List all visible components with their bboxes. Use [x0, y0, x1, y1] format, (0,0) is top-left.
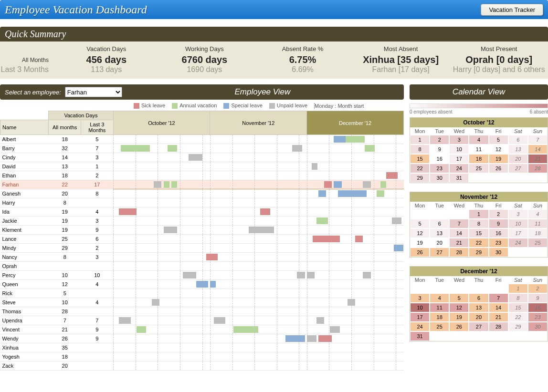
calendar-day[interactable]: 22 — [469, 238, 488, 248]
calendar-day[interactable]: 25 — [528, 238, 548, 248]
calendar-day[interactable]: 15 — [469, 228, 488, 238]
calendar-day[interactable]: 17 — [449, 154, 469, 164]
calendar-day[interactable]: 6 — [469, 293, 488, 303]
calendar-day[interactable]: 28 — [449, 248, 469, 257]
employee-row[interactable]: Harry8 — [0, 198, 404, 207]
calendar-day[interactable]: 24 — [449, 164, 469, 173]
employee-row[interactable]: Percy1010 — [0, 271, 404, 280]
calendar-day[interactable]: 21 — [528, 154, 548, 164]
employee-row[interactable]: Thomas28 — [0, 307, 404, 316]
employee-row[interactable]: Steve104 — [0, 298, 404, 307]
calendar-day[interactable]: 27 — [469, 322, 488, 331]
calendar-day[interactable]: 5 — [410, 219, 430, 228]
calendar-day[interactable]: 20 — [430, 238, 449, 248]
calendar-day[interactable]: 30 — [489, 248, 508, 257]
calendar-day[interactable]: 1 — [410, 135, 430, 144]
calendar-day[interactable]: 27 — [508, 164, 528, 173]
calendar-day[interactable]: 3 — [449, 135, 469, 144]
calendar-day[interactable]: 17 — [508, 228, 528, 238]
calendar-day[interactable]: 9 — [430, 144, 449, 154]
calendar-day[interactable]: 7 — [489, 293, 508, 303]
employee-row[interactable]: Zack20 — [0, 361, 404, 371]
calendar-day[interactable]: 5 — [449, 293, 469, 303]
employee-row[interactable]: Nancy83 — [0, 253, 404, 262]
calendar-day[interactable]: 18 — [430, 312, 449, 322]
calendar-day[interactable]: 3 — [508, 209, 528, 219]
calendar-day[interactable]: 11 — [528, 219, 548, 228]
calendar-day[interactable]: 26 — [410, 248, 430, 257]
employee-row[interactable]: Ida194 — [0, 207, 404, 217]
calendar-day[interactable]: 18 — [528, 228, 548, 238]
employee-row[interactable]: Albert185 — [0, 135, 404, 144]
calendar-day[interactable]: 28 — [489, 322, 508, 331]
calendar-day[interactable]: 17 — [410, 312, 430, 322]
calendar-day[interactable]: 12 — [449, 303, 469, 312]
vacation-tracker-button[interactable]: Vacation Tracker — [481, 4, 543, 16]
calendar-day[interactable]: 29 — [410, 173, 430, 183]
calendar-day[interactable]: 25 — [469, 164, 488, 173]
calendar-day[interactable]: 22 — [508, 312, 528, 322]
calendar-day[interactable]: 30 — [528, 322, 548, 331]
calendar-day[interactable]: 1 — [508, 284, 528, 293]
calendar-day[interactable]: 14 — [489, 303, 508, 312]
calendar-day[interactable]: 23 — [489, 238, 508, 248]
calendar-day[interactable]: 4 — [528, 209, 548, 219]
calendar-day[interactable]: 6 — [430, 219, 449, 228]
calendar-day[interactable]: 21 — [489, 312, 508, 322]
employee-row[interactable]: David131 — [0, 162, 404, 171]
calendar-day[interactable]: 28 — [528, 164, 548, 173]
calendar-day[interactable]: 3 — [410, 293, 430, 303]
calendar-day[interactable]: 20 — [508, 154, 528, 164]
calendar-day[interactable]: 24 — [410, 322, 430, 331]
calendar-day[interactable]: 6 — [508, 135, 528, 144]
calendar-day[interactable]: 1 — [469, 209, 488, 219]
calendar-day[interactable]: 31 — [449, 173, 469, 183]
calendar-day[interactable]: 15 — [410, 154, 430, 164]
calendar-day[interactable]: 12 — [410, 228, 430, 238]
calendar-day[interactable]: 16 — [489, 228, 508, 238]
calendar-day[interactable]: 18 — [469, 154, 488, 164]
employee-row[interactable]: Rick5 — [0, 289, 404, 298]
calendar-day[interactable]: 21 — [449, 238, 469, 248]
employee-row[interactable]: Cindy143 — [0, 153, 404, 162]
calendar-day[interactable]: 8 — [508, 293, 528, 303]
calendar-day[interactable]: 2 — [489, 209, 508, 219]
calendar-day[interactable]: 13 — [430, 228, 449, 238]
employee-row[interactable]: Wendy269 — [0, 334, 404, 343]
employee-row[interactable]: Upendra77 — [0, 316, 404, 325]
calendar-day[interactable]: 4 — [430, 293, 449, 303]
calendar-day[interactable]: 16 — [528, 303, 548, 312]
calendar-day[interactable]: 9 — [528, 293, 548, 303]
calendar-day[interactable]: 7 — [528, 135, 548, 144]
calendar-day[interactable]: 19 — [489, 154, 508, 164]
calendar-day[interactable]: 31 — [410, 331, 430, 341]
calendar-day[interactable]: 19 — [410, 238, 430, 248]
calendar-day[interactable]: 10 — [508, 219, 528, 228]
calendar-day[interactable]: 23 — [430, 164, 449, 173]
calendar-day[interactable]: 7 — [449, 219, 469, 228]
calendar-day[interactable]: 2 — [430, 135, 449, 144]
calendar-day[interactable]: 2 — [528, 284, 548, 293]
calendar-day[interactable]: 27 — [430, 248, 449, 257]
employee-row[interactable]: Mindy292 — [0, 244, 404, 253]
calendar-day[interactable]: 20 — [469, 312, 488, 322]
calendar-day[interactable]: 30 — [430, 173, 449, 183]
calendar-day[interactable]: 11 — [469, 144, 488, 154]
calendar-day[interactable]: 12 — [489, 144, 508, 154]
employee-row[interactable]: Barry327 — [0, 144, 404, 153]
calendar-day[interactable]: 9 — [489, 219, 508, 228]
calendar-day[interactable]: 11 — [430, 303, 449, 312]
calendar-day[interactable]: 22 — [410, 164, 430, 173]
employee-row[interactable]: Yogesh18 — [0, 352, 404, 361]
calendar-day[interactable]: 16 — [430, 154, 449, 164]
calendar-day[interactable]: 5 — [489, 135, 508, 144]
employee-row[interactable]: Xinhua35 — [0, 343, 404, 352]
employee-row[interactable]: Vincent219 — [0, 325, 404, 334]
employee-row[interactable]: Klement199 — [0, 226, 404, 235]
employee-row[interactable]: Ethan182 — [0, 171, 404, 180]
employee-row[interactable]: Farhan2217 — [0, 180, 404, 189]
calendar-day[interactable]: 4 — [469, 135, 488, 144]
calendar-day[interactable]: 15 — [508, 303, 528, 312]
calendar-day[interactable]: 24 — [508, 238, 528, 248]
employee-select[interactable]: AlbertBarryCindyDavidEthanFarhanGaneshHa… — [65, 87, 122, 97]
